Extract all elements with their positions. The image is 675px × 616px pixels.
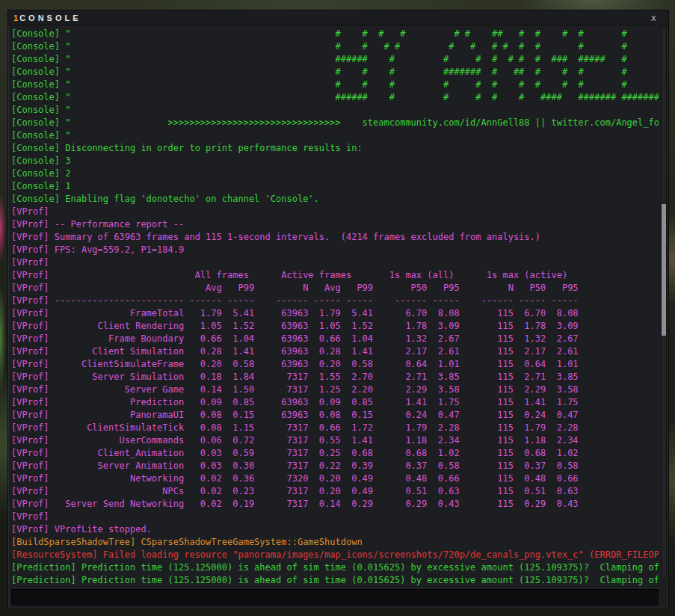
console-line: [VProf] Frame Boundary 0.66 1.04 63963 0… (11, 333, 659, 345)
console-line: [ResourceSystem] Failed loading resource… (11, 549, 659, 561)
window-title: CONSOLE (19, 13, 81, 22)
console-line: [VProf] (11, 511, 659, 523)
console-line: [VProf] Server Animation 0.03 0.30 7317 … (11, 460, 659, 472)
console-line: [VProf] Server Game 0.14 1.50 7317 1.25 … (11, 384, 659, 396)
console-line: [VProf] ------------------------ ------ … (11, 295, 659, 307)
console-line: [VProf] ClientSimulateTick 0.08 1.15 731… (11, 422, 659, 434)
console-line: [VProf] UserCommands 0.06 0.72 7317 0.55… (11, 434, 659, 447)
console-line: [VProf] -- Performance report -- (11, 218, 659, 231)
scrollbar[interactable] (661, 27, 667, 579)
console-line: [Console] " # # # # # # # # # # # # (11, 40, 659, 53)
console-line: [Console] Enabling flag 'donotecho' on c… (11, 193, 659, 206)
console-line: [VProf] (11, 256, 659, 269)
console-line: [VProf] FrameTotal 1.79 5.41 63963 1.79 … (11, 307, 659, 320)
console-line: [VProf] Server Simulation 0.18 1.84 7317… (11, 371, 659, 384)
console-line: [VProf] (11, 206, 659, 218)
console-line: [VProf] Prediction 0.09 0.85 63963 0.09 … (11, 396, 659, 409)
console-line: [VProf] Networking 0.02 0.36 7320 0.20 0… (11, 472, 659, 485)
console-line: [Console] " ###### # # # # # # # ### ###… (11, 53, 659, 66)
console-line: [VProf] FPS: Avg=559.2, P1=184.9 (11, 244, 659, 256)
console-line: [VProf] ClientSimulateFrame 0.20 0.58 63… (11, 358, 659, 371)
console-line: [Console] " # # # ####### # ## # # # # (11, 66, 659, 78)
console-line: [VProf] Client Simulation 0.28 1.41 6396… (11, 345, 659, 358)
console-line: [Console] 2 (11, 167, 659, 180)
console-line: [VProf] Avg P99 N Avg P99 P50 P95 N P50 … (11, 282, 659, 295)
console-line: [Console] Disconnecting in order to prin… (11, 142, 659, 155)
console-line: [VProf] Client_Animation 0.03 0.59 7317 … (11, 447, 659, 460)
console-line: [VProf] PanoramaUI 0.08 0.15 63963 0.08 … (11, 409, 659, 422)
console-line: [Console] " (11, 104, 659, 117)
console-line: [VProf] Summary of 63963 frames and 115 … (11, 231, 659, 244)
console-line: [Console] " ###### # # # # # #### ######… (11, 91, 659, 104)
scrollbar-thumb[interactable] (662, 204, 666, 336)
close-button[interactable]: x (651, 13, 656, 23)
console-line: [Prediction] Prediction time (125.125000… (11, 574, 659, 587)
console-line: [Console] " >>>>>>>>>>>>>>>>>>>>>>>>>>>>… (11, 117, 659, 129)
console-line: [VProf] Client Rendering 1.05 1.52 63963… (11, 320, 659, 333)
console-input-row (11, 589, 659, 606)
console-line: [Prediction] Prediction time (125.125000… (11, 561, 659, 574)
console-line: [VProf] VProfLite stopped. (11, 523, 659, 536)
console-count-badge: 1 (13, 13, 19, 22)
console-input[interactable] (12, 590, 658, 605)
console-line: [Console] 3 (11, 155, 659, 167)
console-titlebar[interactable]: 1 CONSOLE x (8, 10, 668, 25)
console-output[interactable]: [Console] " # # # # # # ## # # # # #[Con… (11, 25, 659, 591)
console-line: [VProf] All frames Active frames 1s max … (11, 269, 659, 282)
console-line: [VProf] NPCs 0.02 0.23 7317 0.20 0.49 0.… (11, 485, 659, 498)
console-line: [Console] " (11, 129, 659, 142)
console-line: [BuildSparseShadowTree] CSparseShadowTre… (11, 536, 659, 549)
console-line: [Console] " # # # # # # ## # # # # # (11, 28, 659, 40)
console-window: 1 CONSOLE x [Console] " # # # # # # ## #… (7, 10, 669, 609)
console-line: [VProf] Server Send Networking 0.02 0.19… (11, 498, 659, 511)
console-line: [Console] " # # # # # # # # # # # (11, 78, 659, 91)
console-line: [Console] 1 (11, 180, 659, 193)
